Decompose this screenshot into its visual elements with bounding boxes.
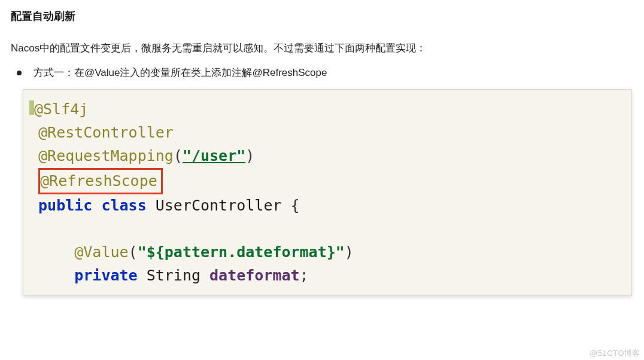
keyword-public: public xyxy=(38,197,92,214)
lparen-2: ( xyxy=(129,243,138,261)
keyword-private: private xyxy=(74,267,137,284)
type-string: String xyxy=(147,267,201,284)
field-dateformat: dateformat xyxy=(209,267,300,284)
annotation-requestmapping: @RequestMapping xyxy=(38,147,174,164)
annotation-slf4j: @Slf4j xyxy=(34,100,88,118)
class-name: UserController xyxy=(156,197,282,214)
keyword-class: class xyxy=(101,197,146,214)
gutter-marker-icon xyxy=(29,100,34,115)
annotation-restcontroller: @RestController xyxy=(38,124,174,141)
annotation-refreshscope: @RefreshScope xyxy=(40,172,157,190)
string-pattern: "${pattern.dateformat}" xyxy=(138,243,345,261)
watermark-text: @51CTO博客 xyxy=(590,348,640,359)
annotation-value: @Value xyxy=(74,243,128,261)
lparen: ( xyxy=(174,147,183,164)
bullet-item: 方式一：在@Value注入的变量所在类上添加注解@RefreshScope xyxy=(17,65,633,81)
string-user: "/user" xyxy=(183,147,245,164)
section-heading: 配置自动刷新 xyxy=(11,9,633,23)
lbrace: { xyxy=(291,197,300,214)
bullet-dot-icon xyxy=(17,71,22,75)
code-block: @Slf4j @RestController @RequestMapping("… xyxy=(23,89,632,296)
rparen: ) xyxy=(245,147,254,164)
intro-paragraph: Nacos中的配置文件变更后，微服务无需重启就可以感知。不过需要通过下面两种配置… xyxy=(11,40,633,56)
semicolon: ; xyxy=(300,267,309,284)
bullet-text: 方式一：在@Value注入的变量所在类上添加注解@RefreshScope xyxy=(34,65,327,81)
rparen-2: ) xyxy=(345,243,354,261)
code-content: @Slf4j @RestController @RequestMapping("… xyxy=(29,98,625,287)
highlight-box: @RefreshScope xyxy=(38,168,163,195)
